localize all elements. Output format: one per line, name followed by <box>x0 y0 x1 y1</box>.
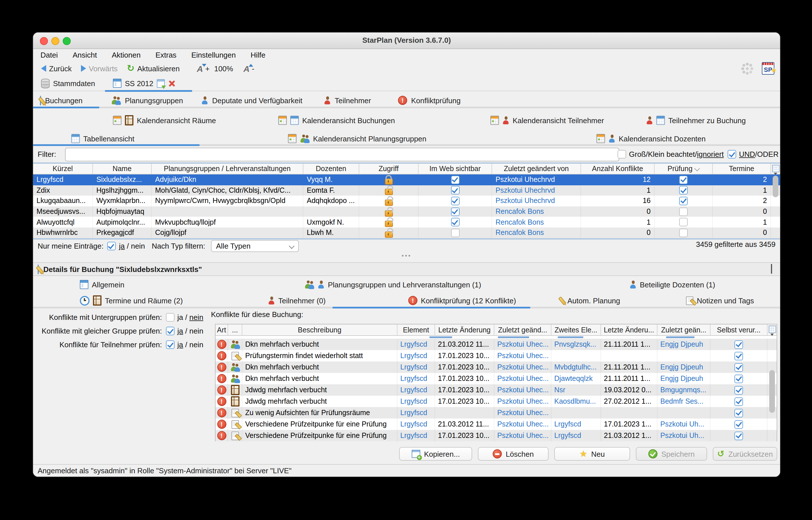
menu-item-datei[interactable]: Datei <box>41 50 58 59</box>
tab-kalenderansicht-planungsgruppen[interactable]: Kalenderansicht Planungsgruppen <box>288 132 426 145</box>
cell-geaendert[interactable]: Rencafok Bons <box>492 228 581 238</box>
column-header[interactable]: Letzte Änderung <box>435 324 494 335</box>
tab-kalenderansicht-teilnehmer[interactable]: Kalenderansicht Teilnehmer <box>490 114 604 127</box>
cell-geaendert[interactable]: Pszkotui Uhec... <box>494 373 551 384</box>
column-header[interactable]: Zugriff <box>359 164 419 174</box>
column-header[interactable]: Kürzel <box>33 164 93 174</box>
tab-deputate[interactable]: Deputate und Verfügbarkeit <box>201 94 303 107</box>
column-header[interactable]: Letzte Änderu... <box>601 324 657 335</box>
menu-item-hilfe[interactable]: Hilfe <box>251 50 265 59</box>
splitter-handle[interactable]: ••• <box>33 254 780 257</box>
pruefung-checkbox[interactable] <box>679 186 688 195</box>
table-settings-icon[interactable] <box>768 326 776 333</box>
cell-geaendert[interactable]: Pszkotui Uhechrvd <box>492 185 581 196</box>
cell-element[interactable]: Lrgyfscd <box>397 384 435 396</box>
column-header[interactable]: ... <box>228 324 242 335</box>
collapse-details-button[interactable] <box>771 265 772 274</box>
cell-geaendert[interactable]: Pszkotui Uhec... <box>494 339 551 350</box>
nur-meine-checkbox[interactable] <box>107 242 115 250</box>
column-header[interactable]: Zuletzt geändert von <box>492 164 581 174</box>
tab-stammdaten[interactable]: Stammdaten <box>41 78 95 89</box>
cell-element[interactable]: Lrgyfscd <box>397 362 435 373</box>
web-visible-checkbox[interactable] <box>451 186 459 195</box>
table-row[interactable]: Mseedjuwsvs... Hqbfojmuaytaq Rencafok Bo… <box>33 206 780 217</box>
action-button[interactable]: ★ Neu <box>554 447 630 461</box>
cell-element[interactable]: Lrgyfscd <box>397 350 435 362</box>
and-or-toggle[interactable]: UND/ODER <box>728 150 779 158</box>
column-header[interactable]: Planungsgruppen / Lehrveranstaltungen <box>152 164 303 174</box>
selbst-checkbox[interactable] <box>734 352 743 360</box>
cell-geaendert2[interactable]: Engjg Djpeuh <box>657 339 710 350</box>
cell-geaendert[interactable]: Rencafok Bons <box>492 217 581 228</box>
web-visible-checkbox[interactable] <box>451 207 459 216</box>
web-visible-checkbox[interactable] <box>451 229 459 237</box>
font-smaller-a-icon[interactable]: A <box>197 63 203 73</box>
cell-zweites[interactable]: Nsr <box>551 384 601 396</box>
tab-planungsgruppen[interactable]: Planungsgruppen <box>111 94 183 107</box>
cell-geaendert2[interactable]: Pszkotui Uh... <box>657 430 710 441</box>
cell-zweites[interactable]: Kaosdlbmu... <box>551 396 601 407</box>
table-row[interactable]: Lkugqabaaun... Wyxmklaprbn... Nyymlpwrc/… <box>33 196 780 206</box>
tab-termine-raeume[interactable]: Termine und Räume (2) <box>80 295 183 306</box>
selbst-checkbox[interactable] <box>734 409 743 417</box>
option-checkbox[interactable] <box>166 313 175 321</box>
cell-geaendert2[interactable] <box>657 350 710 362</box>
table-row[interactable]: Zdix Hgslhzjhggm... Moh/Glatd, Ciyn/Choc… <box>33 185 780 196</box>
conflict-row[interactable]: ! Dkn mehrfach verbucht Lrgyfscd 17.01.2… <box>215 373 777 384</box>
cell-element[interactable]: Lrgyfscd <box>397 430 435 441</box>
cell-geaendert[interactable]: Pszkotui Uhec... <box>494 418 551 430</box>
cell-geaendert2[interactable]: Bmgugnmqs... <box>657 384 710 396</box>
cell-geaendert2[interactable]: Engjg Djpeuh <box>657 362 710 373</box>
tab-kalenderansicht-buchungen[interactable]: Kalenderansicht Buchungen <box>278 114 395 127</box>
cell-geaendert2[interactable]: Bedmfr Ses... <box>657 396 710 407</box>
tab-kalenderansicht-raeume[interactable]: Kalenderansicht Räume <box>113 114 216 127</box>
action-button[interactable]: Kopieren... <box>399 447 472 461</box>
cell-zweites[interactable]: Djawteqqlzk <box>551 373 601 384</box>
column-header[interactable]: Beschreibung <box>242 324 397 335</box>
selbst-checkbox[interactable] <box>734 420 743 428</box>
filter-input[interactable] <box>65 148 619 161</box>
pruefung-checkbox[interactable] <box>679 218 688 226</box>
column-header[interactable]: Zuletzt geänd... <box>494 324 551 335</box>
cell-geaendert[interactable]: Pszkotui Uhec... <box>494 430 551 441</box>
case-checkbox[interactable] <box>618 150 626 158</box>
scrollbar-thumb[interactable] <box>769 370 775 413</box>
column-header[interactable]: Termine <box>713 164 771 174</box>
tab-autom-planung[interactable]: Autom. Planung <box>560 295 620 306</box>
cell-zweites[interactable]: Lrgyfscd <box>551 430 601 441</box>
selbst-checkbox[interactable] <box>734 374 743 383</box>
cell-zweites[interactable] <box>551 350 601 362</box>
font-larger-a-icon[interactable]: A <box>243 63 250 73</box>
conflict-row[interactable]: ! Jdwdg mehrfach verbucht Lrgyfscd 17.01… <box>215 384 777 396</box>
cell-geaendert[interactable]: Pszkotui Uhec... <box>494 384 551 396</box>
conflict-row[interactable]: ! Dkn mehrfach verbucht Lrgyfscd 21.03.2… <box>215 339 777 350</box>
tab-teilnehmer-details[interactable]: Teilnehmer (0) <box>268 295 325 306</box>
column-header[interactable]: Dozenten <box>303 164 359 174</box>
andor-checkbox[interactable] <box>728 150 736 158</box>
pruefung-checkbox[interactable] <box>679 207 688 216</box>
table-settings-icon[interactable] <box>772 165 779 172</box>
cell-geaendert[interactable]: Pszkotui Uhec... <box>494 396 551 407</box>
scrollbar-thumb[interactable] <box>772 176 778 197</box>
table-row[interactable]: Lrgyfscd Sixludebslxz... Advjuikc/Dkn Vy… <box>33 175 780 185</box>
menu-item-einstellungen[interactable]: Einstellungen <box>191 50 236 59</box>
column-header[interactable]: Im Web sichtbar <box>419 164 492 174</box>
cell-geaendert[interactable]: Pszkotui Uhec... <box>494 362 551 373</box>
column-header[interactable]: Selbst verur... <box>710 324 767 335</box>
bookings-scrollbar[interactable] <box>771 175 780 238</box>
tab-planungsgruppen-lehrveranstaltungen[interactable]: Planungsgruppen und Lehrveranstaltungen … <box>305 279 481 290</box>
cell-geaendert2[interactable]: Engjg Djpeuh <box>657 373 710 384</box>
cell-element[interactable]: Lrgyfscd <box>397 418 435 430</box>
detach-tab-icon[interactable] <box>157 79 165 87</box>
option-checkbox[interactable] <box>166 327 175 335</box>
action-button[interactable]: ↺ Zurücksetzen <box>713 447 777 461</box>
cell-element[interactable]: Lrgyfscd <box>397 407 435 418</box>
tab-tabellenansicht[interactable]: Tabellenansicht <box>71 132 134 145</box>
conflict-row[interactable]: ! Zu wenig Aufsichten für Prüfungsräume … <box>215 407 777 418</box>
selbst-checkbox[interactable] <box>734 340 743 349</box>
cell-geaendert[interactable]: Pszkotui Uhec... <box>494 407 551 418</box>
menu-item-extras[interactable]: Extras <box>155 50 177 59</box>
tab-konfliktpruefung[interactable]: ! Konfliktprüfung <box>398 94 461 107</box>
tab-ss2012[interactable]: SS 2012 <box>113 78 176 89</box>
cell-element[interactable]: Lrgyfscd <box>397 396 435 407</box>
